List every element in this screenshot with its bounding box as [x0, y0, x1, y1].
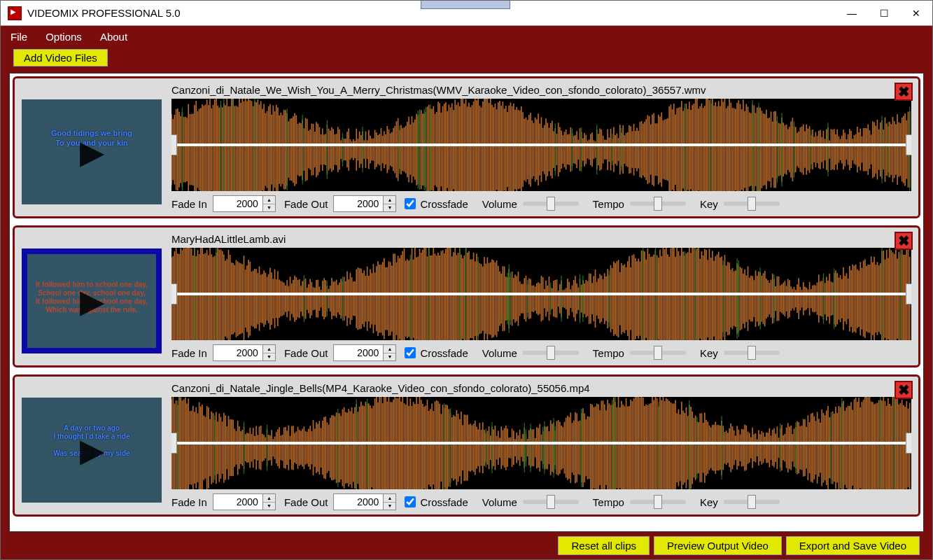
- waveform-center-line: [171, 293, 911, 295]
- tempo-slider[interactable]: [630, 500, 686, 504]
- key-slider[interactable]: [724, 351, 780, 355]
- volume-slider[interactable]: [523, 500, 579, 504]
- video-thumbnail[interactable]: Good tidings we bring To you and your ki…: [22, 99, 162, 204]
- play-icon: ▶: [80, 133, 104, 171]
- waveform-center-line: [171, 144, 911, 146]
- trim-handle-left[interactable]: [171, 134, 177, 155]
- crossfade-checkbox[interactable]: [405, 198, 416, 209]
- fade-out-input[interactable]: ▲▼: [333, 195, 396, 212]
- clip-main: Canzoni_di_Natale_Jingle_Bells(MP4_Karao…: [171, 382, 911, 510]
- play-icon: ▶: [80, 431, 104, 469]
- reset-all-clips-button[interactable]: Reset all clips: [558, 536, 650, 555]
- window-controls: — ☐ ✕: [836, 1, 932, 26]
- volume-label: Volume: [482, 496, 517, 508]
- video-thumbnail[interactable]: A day or two ago I thought I'd take a ri…: [22, 398, 162, 503]
- spin-down-icon[interactable]: ▼: [263, 204, 275, 212]
- export-save-button[interactable]: Export and Save Video: [786, 536, 920, 555]
- fade-in-input[interactable]: ▲▼: [213, 344, 276, 361]
- fade-out-input[interactable]: ▲▼: [333, 344, 396, 361]
- fade-in-label: Fade In: [171, 198, 207, 210]
- app-title: VIDEOMIX PROFESSIONAL 5.0: [27, 7, 181, 19]
- crossfade-checkbox[interactable]: [405, 347, 416, 358]
- fade-out-label: Fade Out: [284, 347, 328, 359]
- trim-handle-right[interactable]: [906, 433, 911, 454]
- crossfade-checkbox[interactable]: [405, 496, 416, 507]
- clip-item: It followed him to school one day, Schoo…: [13, 225, 920, 368]
- video-thumbnail[interactable]: It followed him to school one day, Schoo…: [22, 248, 162, 354]
- waveform[interactable]: [171, 99, 911, 191]
- tempo-label: Tempo: [593, 347, 624, 359]
- app-icon: [8, 6, 22, 20]
- volume-label: Volume: [482, 198, 517, 210]
- spin-up-icon[interactable]: ▲: [384, 345, 395, 354]
- crossfade-label: Crossfade: [420, 347, 468, 359]
- clip-controls: Fade In ▲▼ Fade Out ▲▼ Crossfade Volume …: [171, 493, 911, 510]
- key-label: Key: [700, 198, 718, 210]
- fade-in-label: Fade In: [171, 496, 207, 508]
- volume-slider[interactable]: [523, 351, 579, 355]
- fade-out-input[interactable]: ▲▼: [333, 493, 396, 510]
- volume-label: Volume: [482, 347, 517, 359]
- key-label: Key: [700, 347, 718, 359]
- fade-out-label: Fade Out: [284, 198, 328, 210]
- preview-output-button[interactable]: Preview Output Video: [654, 536, 782, 555]
- key-slider[interactable]: [724, 500, 780, 504]
- tempo-label: Tempo: [593, 198, 624, 210]
- add-video-files-button[interactable]: Add Video Files: [13, 49, 108, 66]
- menubar: File Options About: [1, 26, 932, 47]
- menu-options[interactable]: Options: [43, 29, 85, 44]
- key-slider[interactable]: [724, 202, 780, 206]
- clip-controls: Fade In ▲▼ Fade Out ▲▼ Crossfade Volume …: [171, 344, 911, 361]
- clip-main: Canzoni_di_Natale_We_Wish_You_A_Merry_Ch…: [171, 84, 911, 212]
- spin-down-icon[interactable]: ▼: [384, 204, 395, 212]
- minimize-button[interactable]: —: [836, 1, 868, 26]
- remove-clip-button[interactable]: ✖: [895, 381, 913, 399]
- spin-down-icon[interactable]: ▼: [384, 354, 395, 361]
- titlebar: VIDEOMIX PROFESSIONAL 5.0 — ☐ ✕: [1, 1, 932, 26]
- clip-controls: Fade In ▲▼ Fade Out ▲▼ Crossfade Volume …: [171, 195, 911, 212]
- volume-slider[interactable]: [523, 202, 579, 206]
- clip-filename: MaryHadALittleLamb.avi: [171, 233, 911, 245]
- spin-down-icon[interactable]: ▼: [263, 354, 275, 361]
- spin-up-icon[interactable]: ▲: [384, 494, 395, 503]
- toolbar: Add Video Files: [1, 47, 932, 69]
- waveform[interactable]: [171, 248, 911, 340]
- spin-up-icon[interactable]: ▲: [263, 196, 275, 204]
- spin-up-icon[interactable]: ▲: [263, 494, 275, 503]
- maximize-button[interactable]: ☐: [868, 1, 900, 26]
- key-label: Key: [700, 496, 718, 508]
- clip-filename: Canzoni_di_Natale_Jingle_Bells(MP4_Karao…: [171, 382, 911, 394]
- spin-down-icon[interactable]: ▼: [384, 503, 395, 510]
- fade-out-label: Fade Out: [284, 496, 328, 508]
- trim-handle-left[interactable]: [171, 433, 177, 454]
- remove-clip-button[interactable]: ✖: [895, 83, 913, 101]
- close-button[interactable]: ✕: [900, 1, 932, 26]
- clip-filename: Canzoni_di_Natale_We_Wish_You_A_Merry_Ch…: [171, 84, 911, 96]
- clip-list-scroll[interactable]: Good tidings we bring To you and your ki…: [9, 73, 924, 532]
- app-window: VIDEOMIX PROFESSIONAL 5.0 — ☐ ✕ File Opt…: [0, 0, 933, 560]
- spin-up-icon[interactable]: ▲: [384, 196, 395, 204]
- tempo-label: Tempo: [593, 496, 624, 508]
- waveform[interactable]: [171, 397, 911, 489]
- menu-about[interactable]: About: [97, 29, 130, 44]
- fade-in-input[interactable]: ▲▼: [213, 195, 276, 212]
- fade-in-label: Fade In: [171, 347, 207, 359]
- spin-up-icon[interactable]: ▲: [263, 345, 275, 354]
- trim-handle-right[interactable]: [906, 134, 911, 155]
- clip-item: A day or two ago I thought I'd take a ri…: [13, 374, 920, 517]
- tempo-slider[interactable]: [630, 202, 686, 206]
- crossfade-label: Crossfade: [420, 496, 468, 508]
- content-area: Good tidings we bring To you and your ki…: [1, 69, 932, 533]
- remove-clip-button[interactable]: ✖: [895, 232, 913, 250]
- clip-item: Good tidings we bring To you and your ki…: [13, 76, 920, 218]
- tempo-slider[interactable]: [630, 351, 686, 355]
- clip-main: MaryHadALittleLamb.avi Fade In ▲▼ Fade O…: [171, 233, 911, 361]
- footer-bar: Reset all clips Preview Output Video Exp…: [1, 533, 932, 559]
- fade-in-input[interactable]: ▲▼: [213, 493, 276, 510]
- trim-handle-right[interactable]: [906, 284, 911, 304]
- spin-down-icon[interactable]: ▼: [263, 503, 275, 510]
- title-tab-decoration: [421, 1, 510, 9]
- trim-handle-left[interactable]: [171, 284, 177, 304]
- menu-file[interactable]: File: [8, 29, 30, 44]
- crossfade-label: Crossfade: [420, 198, 468, 210]
